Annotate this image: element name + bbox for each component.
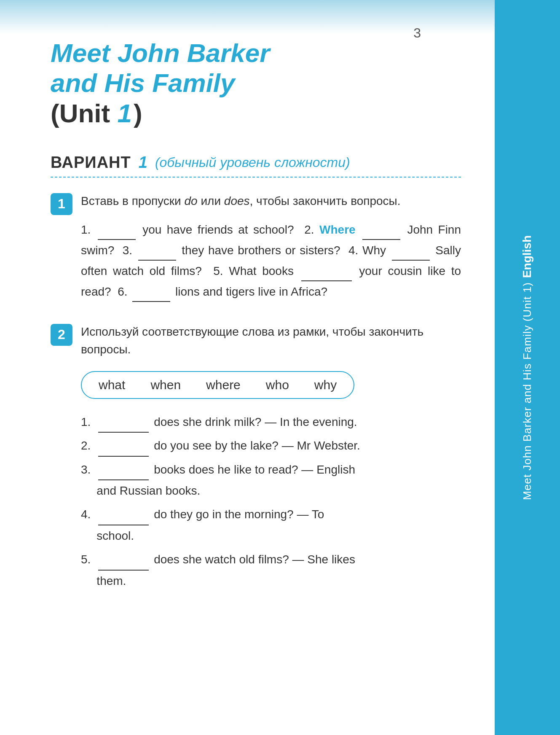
exercise2-badge: 2	[51, 324, 72, 346]
question-num-5: 5.	[81, 549, 91, 570]
blank-2-5[interactable]	[98, 570, 149, 571]
variant-label: ВАРИАНТ	[51, 153, 131, 172]
word-box-when: when	[150, 378, 181, 392]
page-number: 3	[413, 25, 421, 41]
question-body-2: do you see by the lake? — Mr Webster.	[96, 435, 461, 456]
sidebar-book-title: Meet John Barker and His Family (Unit 1)	[520, 282, 535, 500]
page-wrapper: 3 Meet John Barker and His Family (Unit …	[0, 0, 560, 735]
sidebar-text-wrapper: English Meet John Barker and His Family …	[520, 0, 535, 735]
title-line1: Meet John Barker	[51, 38, 461, 68]
question-body-1: does she drink milk? — In the evening.	[96, 412, 461, 433]
variant-subtitle: (обычный уровень сложности)	[155, 155, 350, 170]
word-box-why: why	[314, 378, 337, 392]
title-line2-normal: (Unit	[51, 99, 117, 128]
blank-2-2[interactable]	[98, 456, 149, 457]
questions-list: 1. does she drink milk? — In the evening…	[81, 412, 461, 592]
blank-1-3[interactable]	[138, 260, 176, 261]
blank-2-1[interactable]	[98, 432, 149, 433]
word-box-what: what	[99, 378, 125, 392]
question-num-4: 4.	[81, 504, 91, 525]
question-num-3: 3.	[81, 459, 91, 480]
exercise1-header: 1 Вставь в пропуски do или does, чтобы з…	[51, 192, 461, 215]
title-line2-number: 1	[117, 99, 131, 128]
word-box: what when where who why	[81, 371, 354, 399]
question-item-2: 2. do you see by the lake? — Mr Webster.	[81, 435, 461, 456]
blank-1-4[interactable]	[392, 260, 430, 261]
blank-1-5[interactable]	[301, 280, 352, 281]
question-item-5: 5. does she watch old films? — She likes…	[81, 549, 461, 592]
title-line2: and His Family (Unit 1 )	[51, 68, 461, 128]
blank-2-4[interactable]	[98, 525, 149, 525]
exercise1-content: 1. you have friends at school? 2. Where …	[81, 219, 461, 302]
exercise1-instruction: Вставь в пропуски do или does, чтобы зак…	[81, 192, 461, 210]
question-item-1: 1. does she drink milk? — In the evening…	[81, 412, 461, 433]
blank-2-3[interactable]	[98, 479, 149, 480]
section-header: ВАРИАНТ 1 (обычный уровень сложности)	[51, 153, 461, 178]
exercise2-header: 2 Используй соответствующие слова из рам…	[51, 323, 461, 358]
blank-1-2[interactable]	[362, 239, 400, 240]
exercise2-instruction: Используй соответствующие слова из рамки…	[81, 323, 461, 358]
exercise1-badge: 1	[51, 193, 72, 215]
variant-number: 1	[139, 153, 147, 172]
question-body-3: books does he like to read? — English an…	[96, 459, 461, 502]
question-num-2: 2.	[81, 435, 91, 456]
title-line2-blue: and His Family	[51, 68, 461, 98]
question-item-4: 4. do they go in the morning? — To schoo…	[81, 504, 461, 547]
question-body-4: do they go in the morning? — To school.	[96, 504, 461, 547]
main-content: 3 Meet John Barker and His Family (Unit …	[0, 0, 495, 735]
sidebar-english-label: English	[520, 235, 534, 278]
blank-1-6[interactable]	[132, 301, 170, 302]
page-title: Meet John Barker and His Family (Unit 1 …	[51, 38, 461, 128]
title-line2-close: )	[134, 99, 142, 128]
question-item-3: 3. books does he like to read? — English…	[81, 459, 461, 502]
blank-1-1[interactable]	[98, 239, 136, 240]
exercise1-paragraph: 1. you have friends at school? 2. Where …	[81, 219, 461, 302]
question-num-1: 1.	[81, 412, 91, 433]
question-body-5: does she watch old films? — She likes th…	[96, 549, 461, 592]
word-box-where: where	[206, 378, 241, 392]
word-box-who: who	[266, 378, 289, 392]
sidebar: English Meet John Barker and His Family …	[495, 0, 560, 735]
